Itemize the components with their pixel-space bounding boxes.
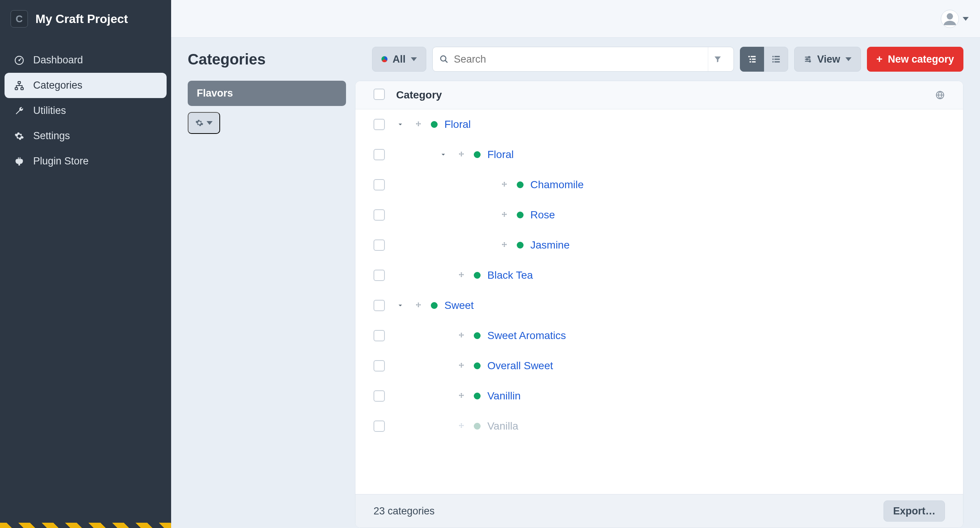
chevron-down-icon (845, 57, 851, 61)
svg-rect-10 (752, 59, 756, 60)
site-column-icon[interactable] (935, 90, 945, 100)
row-title-link[interactable]: Sweet (444, 300, 474, 311)
row-title-link[interactable]: Floral (487, 148, 514, 161)
table-row: Vanillin (355, 381, 963, 411)
svg-rect-16 (775, 59, 780, 60)
view-options-label: View (817, 54, 840, 65)
expand-toggle[interactable] (395, 302, 406, 309)
row-checkbox[interactable] (374, 119, 385, 130)
row-checkbox[interactable] (374, 179, 385, 190)
indent-spacer (438, 212, 474, 219)
chevron-down-icon (207, 121, 213, 125)
status-dot (431, 121, 438, 128)
row-checkbox[interactable] (374, 390, 385, 402)
move-handle[interactable] (413, 121, 424, 128)
expand-toggle[interactable] (395, 121, 406, 128)
main: Categories All (171, 0, 980, 528)
row-checkbox[interactable] (374, 149, 385, 160)
status-filter-button[interactable]: All (372, 47, 427, 72)
nav-label: Utilities (33, 105, 66, 116)
status-dot (474, 392, 480, 399)
status-dot (474, 362, 480, 369)
move-handle[interactable] (456, 151, 467, 158)
table-row: Floral (355, 140, 963, 170)
nav-item-settings[interactable]: Settings (5, 123, 167, 148)
move-handle[interactable] (456, 392, 467, 400)
plus-icon: + (877, 53, 882, 65)
move-handle[interactable] (499, 181, 510, 188)
row-title-link[interactable]: Vanilla (487, 420, 518, 432)
table-row: Black Tea (355, 260, 963, 290)
topbar (171, 0, 980, 38)
status-filter-label: All (393, 54, 406, 65)
indent-spacer (438, 242, 474, 249)
page-header: Categories All (188, 47, 963, 72)
indent-spacer (395, 212, 431, 219)
row-title-link[interactable]: Chamomile (530, 179, 584, 191)
status-dot (517, 212, 523, 219)
svg-rect-3 (15, 88, 18, 89)
row-title-link[interactable]: Rose (530, 209, 555, 221)
list-icon (771, 54, 781, 64)
sidebar: C My Craft Project Dashboard Categories (0, 0, 171, 528)
nav-label: Settings (33, 130, 70, 142)
row-title-link[interactable]: Jasmine (530, 239, 570, 251)
status-dot (474, 332, 480, 339)
sliders-icon (803, 55, 812, 63)
site-badge[interactable]: C (11, 10, 28, 27)
svg-rect-18 (775, 61, 780, 62)
move-handle[interactable] (456, 332, 467, 340)
expand-toggle[interactable] (438, 151, 449, 158)
plug-icon (14, 156, 25, 166)
row-title-link[interactable]: Sweet Aromatics (487, 330, 566, 342)
status-color-dot (382, 56, 388, 62)
nav-item-plugin-store[interactable]: Plugin Store (5, 148, 167, 174)
svg-rect-7 (748, 56, 750, 57)
svg-rect-2 (18, 81, 21, 83)
new-category-button[interactable]: + New category (867, 47, 963, 72)
list-view-button[interactable] (764, 47, 788, 72)
row-checkbox[interactable] (374, 239, 385, 251)
nav-item-dashboard[interactable]: Dashboard (5, 48, 167, 73)
site-name[interactable]: My Craft Project (35, 12, 128, 26)
move-handle[interactable] (456, 423, 467, 430)
export-button[interactable]: Export… (883, 501, 945, 522)
row-checkbox[interactable] (374, 360, 385, 372)
select-all-checkbox[interactable] (374, 89, 385, 100)
table-row: Sweet Aromatics (355, 321, 963, 351)
row-checkbox[interactable] (374, 270, 385, 281)
table-row: Chamomile (355, 170, 963, 200)
row-checkbox[interactable] (374, 421, 385, 432)
row-checkbox[interactable] (374, 330, 385, 341)
nav-label: Plugin Store (33, 155, 89, 167)
view-options-button[interactable]: View (794, 47, 861, 72)
column-header-category[interactable]: Category (396, 89, 935, 101)
row-title-link[interactable]: Overall Sweet (487, 360, 553, 372)
row-title-link[interactable]: Floral (444, 118, 471, 131)
svg-point-19 (808, 57, 810, 58)
indent-spacer (395, 332, 431, 339)
structure-view-button[interactable] (740, 47, 764, 72)
source-item-flavors[interactable]: Flavors (188, 81, 346, 106)
move-handle[interactable] (499, 211, 510, 219)
table-row: Overall Sweet (355, 351, 963, 381)
globe-icon (935, 90, 945, 100)
user-menu-button[interactable] (941, 10, 969, 28)
move-handle[interactable] (456, 271, 467, 279)
svg-point-21 (809, 61, 811, 62)
svg-rect-17 (772, 61, 773, 62)
filter-button[interactable] (708, 47, 727, 71)
move-handle[interactable] (413, 302, 424, 309)
hierarchy-icon (14, 81, 25, 91)
search-input[interactable] (454, 54, 703, 65)
nav-item-categories[interactable]: Categories (5, 73, 167, 98)
row-checkbox[interactable] (374, 300, 385, 311)
move-handle[interactable] (499, 241, 510, 249)
source-settings-button[interactable] (188, 112, 220, 134)
nav-item-utilities[interactable]: Utilities (5, 98, 167, 123)
svg-rect-14 (775, 56, 780, 57)
row-checkbox[interactable] (374, 209, 385, 221)
row-title-link[interactable]: Vanillin (487, 390, 520, 402)
row-title-link[interactable]: Black Tea (487, 269, 533, 281)
move-handle[interactable] (456, 362, 467, 370)
